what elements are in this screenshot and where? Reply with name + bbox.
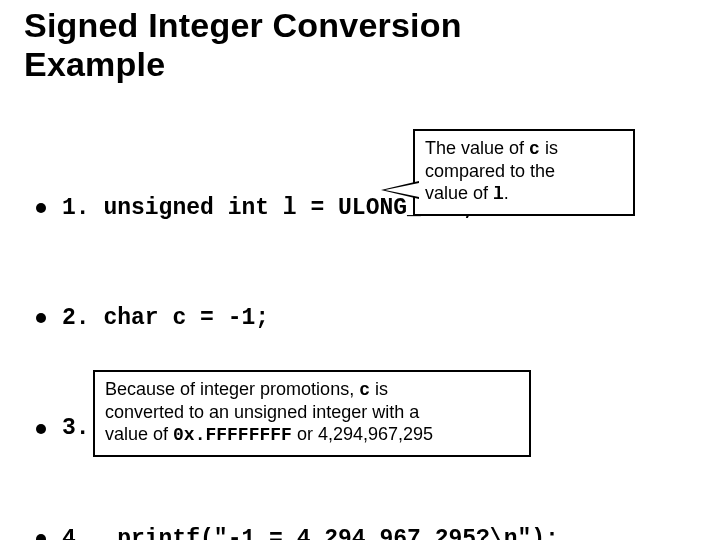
title-line-2: Example	[24, 45, 165, 83]
bullet-icon	[36, 424, 46, 434]
callout-bottom-code-hex: 0x.FFFFFFFF	[173, 425, 292, 445]
callout-top-text-2: is	[540, 138, 558, 158]
callout-top-code-l: l	[493, 184, 504, 204]
callout-top-code-c: c	[529, 139, 540, 159]
bullet-icon	[36, 313, 46, 323]
callout-pointer-fill-icon	[385, 183, 419, 197]
bullet-icon	[36, 534, 46, 540]
code-text-2: 2. char c = -1;	[62, 300, 269, 337]
callout-top-text-4: value of	[425, 183, 493, 203]
callout-bottom-code-c: c	[359, 380, 370, 400]
callout-bottom-text-1: Because of integer promotions,	[105, 379, 359, 399]
slide: Signed Integer Conversion Example 1. uns…	[0, 0, 720, 540]
code-line-4: 4. printf("-1 = 4,294,967,295?\n");	[36, 521, 559, 540]
callout-bottom-text-5: or 4,294,967,295	[292, 424, 433, 444]
callout-bottom-text-2: is	[370, 379, 388, 399]
bullet-icon	[36, 203, 46, 213]
slide-title: Signed Integer Conversion Example	[24, 6, 462, 84]
callout-top-text-5: .	[504, 183, 509, 203]
code-text-4: 4. printf("-1 = 4,294,967,295?\n");	[62, 521, 559, 540]
callout-bottom-text-4: value of	[105, 424, 173, 444]
callout-top: The value of c is compared to the value …	[413, 129, 635, 216]
callout-bottom: Because of integer promotions, c is conv…	[93, 370, 531, 457]
code-line-2: 2. char c = -1;	[36, 300, 559, 337]
callout-top-text-1: The value of	[425, 138, 529, 158]
callout-bottom-text-3: converted to an unsigned integer with a	[105, 402, 419, 422]
title-line-1: Signed Integer Conversion	[24, 6, 462, 44]
callout-top-text-3: compared to the	[425, 161, 555, 181]
